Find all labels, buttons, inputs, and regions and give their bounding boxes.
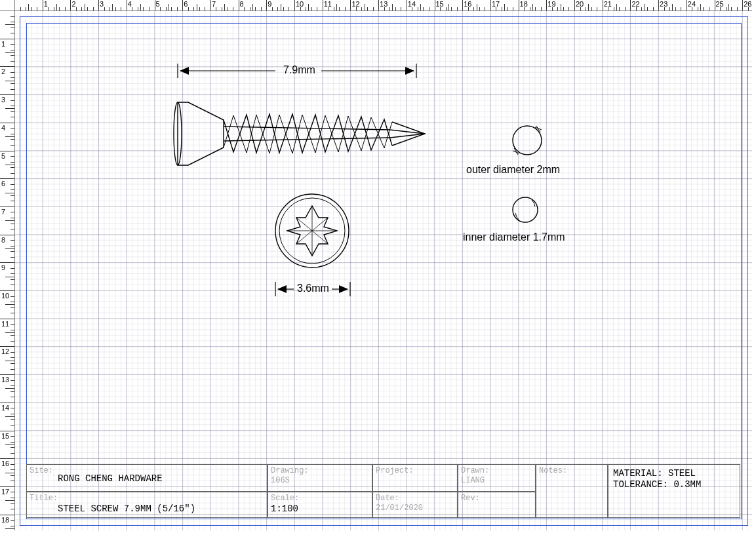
- tb-drawn-label: Drawn:: [461, 466, 489, 475]
- outer-diameter-label: outer diameter 2mm: [466, 164, 560, 176]
- tb-project-label: Project:: [376, 466, 414, 475]
- tb-material-value: MATERIAL: STEEL: [613, 468, 696, 479]
- dimension-length-label: 7.9mm: [283, 64, 315, 76]
- ruler-corner: [0, 0, 15, 11]
- tb-date-value: 21/01/2020: [376, 503, 423, 513]
- ruler-vertical: 123456789101112131415161718: [0, 10, 15, 530]
- page-frame-inner: [26, 23, 742, 519]
- tb-scale-value: 1:100: [271, 503, 298, 514]
- inner-diameter-label: inner diameter 1.7mm: [463, 231, 565, 243]
- tb-drawing-label: Drawing:: [271, 466, 309, 475]
- ruler-horizontal: 1234567891011121314151617181920212223242…: [14, 0, 752, 11]
- tb-title-value: STEEL SCREW 7.9MM (5/16"): [58, 503, 195, 514]
- tb-tolerance-value: TOLERANCE: 0.3MM: [613, 479, 701, 490]
- tb-title-label: Title:: [30, 494, 58, 503]
- tb-site-label: Site:: [30, 466, 53, 475]
- tb-site-value: RONG CHENG HARDWARE: [58, 473, 163, 484]
- tb-drawing-value: 106S: [271, 476, 290, 485]
- tb-drawn-value: LIANG: [461, 476, 485, 485]
- tb-date-label: Date:: [376, 494, 399, 503]
- tb-notes-label: Notes:: [539, 466, 567, 475]
- dimension-head-dia-label: 3.6mm: [297, 283, 329, 294]
- tb-rev-label: Rev:: [461, 494, 480, 503]
- tb-scale-label: Scale:: [271, 494, 299, 503]
